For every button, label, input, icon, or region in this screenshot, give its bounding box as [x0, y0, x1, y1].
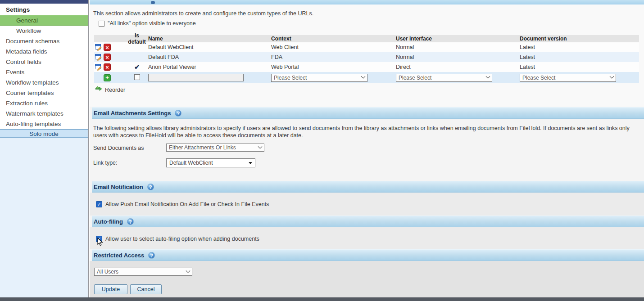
reorder-link[interactable]: Reorder — [95, 86, 125, 94]
help-icon[interactable]: ? — [148, 252, 155, 259]
url-ui-cell: Direct — [395, 64, 519, 70]
header-context: Context — [270, 36, 395, 42]
email-attachments-title: Email Attachments Settings — [94, 110, 171, 117]
combo-value: Default WebClient — [169, 160, 213, 166]
table-row: × Default FDA FDA Normal Latest — [94, 52, 639, 62]
auto-filing-header: Auto-filing ? — [92, 216, 644, 227]
sidebar-item-courier-templates[interactable]: Courier templates — [0, 88, 88, 98]
email-notification-header: Email Notification ? — [92, 181, 644, 193]
sidebar-item-metadata-fields[interactable]: Metadata fields — [0, 46, 88, 57]
push-email-label: Allow Push Email Notification On Add Fil… — [105, 201, 269, 207]
auto-filing-checkbox[interactable]: ✓ — [96, 236, 102, 242]
restricted-strip — [90, 261, 644, 297]
add-icon[interactable]: + — [104, 74, 111, 81]
new-url-name-input[interactable] — [148, 74, 244, 81]
select-value: Please Select — [274, 75, 307, 81]
auto-filing-checkbox-row: ✓ Allow user to select auto-filing optio… — [96, 236, 259, 242]
sidebar-item-control-fields[interactable]: Control fields — [0, 57, 88, 67]
delete-icon[interactable]: × — [104, 54, 111, 61]
all-links-checkbox-row: "All links" option visible to everyone — [99, 20, 196, 27]
sidebar-item-workflow-templates[interactable]: Workflow templates — [0, 77, 88, 88]
sidebar-top-accent-bar — [0, 0, 88, 4]
url-context-cell: Web Client — [270, 44, 395, 50]
restricted-access-select[interactable]: All Users — [94, 268, 192, 276]
email-notification-title: Email Notification — [94, 184, 143, 190]
is-default-cell: ✔ — [127, 63, 147, 71]
edit-icon[interactable] — [95, 63, 102, 71]
cut-off-section-header-bar — [90, 0, 644, 4]
settings-sidebar: Settings General Workflow Document schem… — [0, 0, 89, 297]
custom-url-types-table: Is default Name Context User interface D… — [94, 35, 639, 83]
select-value: All Users — [97, 269, 118, 275]
reorder-label: Reorder — [105, 87, 125, 93]
send-documents-label: Send Documents as — [93, 145, 144, 151]
sidebar-item-document-schemas[interactable]: Document schemas — [0, 36, 88, 46]
url-ui-cell: Normal — [395, 44, 519, 50]
all-links-label: "All links" option visible to everyone — [108, 20, 196, 27]
push-email-checkbox[interactable]: ✓ — [96, 201, 102, 207]
url-name-cell: Anon Portal Viewer — [147, 64, 270, 70]
url-version-cell: Latest — [519, 64, 639, 70]
select-value: Either Attachments Or Links — [169, 144, 236, 151]
header-document-version: Document version — [519, 36, 639, 42]
default-check-icon: ✔ — [134, 63, 140, 71]
url-ui-cell: Normal — [395, 54, 519, 60]
delete-icon[interactable]: × — [104, 63, 111, 71]
new-url-version-select[interactable]: Please Select — [520, 74, 616, 82]
table-row: × ✔ Anon Portal Viewer Web Portal Direct… — [94, 62, 639, 72]
table-row: × Default WebClient Web Client Normal La… — [94, 42, 639, 52]
all-links-checkbox[interactable] — [99, 21, 104, 27]
sidebar-item-workflow[interactable]: Workflow — [0, 26, 88, 36]
sidebar-heading-settings: Settings — [0, 4, 88, 15]
chevron-down-icon — [258, 144, 263, 148]
new-url-context-select[interactable]: Please Select — [271, 74, 367, 82]
link-type-label: Link type: — [93, 160, 118, 166]
email-attachments-description: The following setting allows library adm… — [93, 125, 635, 139]
cut-off-help-icon — [151, 1, 155, 4]
cancel-button[interactable]: Cancel — [130, 284, 162, 294]
restricted-access-header: Restricted Access ? — [92, 249, 644, 261]
url-section-intro: This section allows administrators to cr… — [93, 10, 313, 17]
select-value: Please Select — [399, 75, 431, 81]
chevron-down-icon — [361, 74, 366, 79]
auto-filing-label: Allow user to select auto-filing option … — [105, 236, 259, 242]
url-version-cell: Latest — [519, 54, 639, 60]
reorder-icon — [95, 86, 102, 94]
url-name-cell: Default WebClient — [147, 44, 270, 50]
general-settings-panel: This section allows administrators to cr… — [90, 0, 644, 297]
solo-mode-button[interactable]: Solo mode — [0, 129, 88, 138]
url-context-cell: Web Portal — [270, 64, 395, 70]
table-header-row: Is default Name Context User interface D… — [94, 35, 639, 42]
sidebar-item-extraction-rules[interactable]: Extraction rules — [0, 98, 88, 108]
sidebar-item-general[interactable]: General — [0, 15, 88, 26]
sidebar-item-auto-filing-templates[interactable]: Auto-filing templates — [0, 119, 88, 129]
header-is-default: Is default — [127, 32, 147, 45]
help-icon[interactable]: ? — [147, 184, 154, 190]
help-icon[interactable]: ? — [127, 218, 134, 225]
new-url-ui-select[interactable]: Please Select — [396, 74, 492, 82]
restricted-access-title: Restricted Access — [94, 252, 144, 259]
url-context-cell: FDA — [270, 54, 395, 60]
header-user-interface: User interface — [395, 36, 519, 42]
url-version-cell: Latest — [519, 44, 639, 50]
select-value: Please Select — [522, 75, 555, 81]
dropdown-triangle-icon — [249, 162, 252, 164]
url-name-cell: Default FDA — [147, 54, 270, 60]
add-url-row: + Please Select Please Select — [94, 72, 639, 83]
sidebar-empty-area — [0, 138, 88, 297]
header-name: Name — [147, 36, 270, 42]
sidebar-item-watermark-templates[interactable]: Watermark templates — [0, 108, 88, 119]
bottom-taskbar-strip — [0, 297, 644, 301]
edit-icon[interactable] — [95, 44, 102, 51]
edit-icon[interactable] — [95, 54, 102, 61]
sidebar-item-events[interactable]: Events — [0, 67, 88, 77]
link-type-combo[interactable]: Default WebClient — [166, 158, 255, 167]
new-url-default-checkbox[interactable] — [134, 74, 140, 80]
help-icon[interactable]: ? — [175, 110, 181, 117]
delete-icon[interactable]: × — [104, 44, 111, 51]
push-email-checkbox-row: ✓ Allow Push Email Notification On Add F… — [96, 201, 269, 207]
send-documents-select[interactable]: Either Attachments Or Links — [166, 144, 264, 152]
chevron-down-icon — [486, 74, 490, 79]
update-button[interactable]: Update — [94, 284, 127, 294]
email-attachments-header: Email Attachments Settings ? — [92, 107, 644, 119]
